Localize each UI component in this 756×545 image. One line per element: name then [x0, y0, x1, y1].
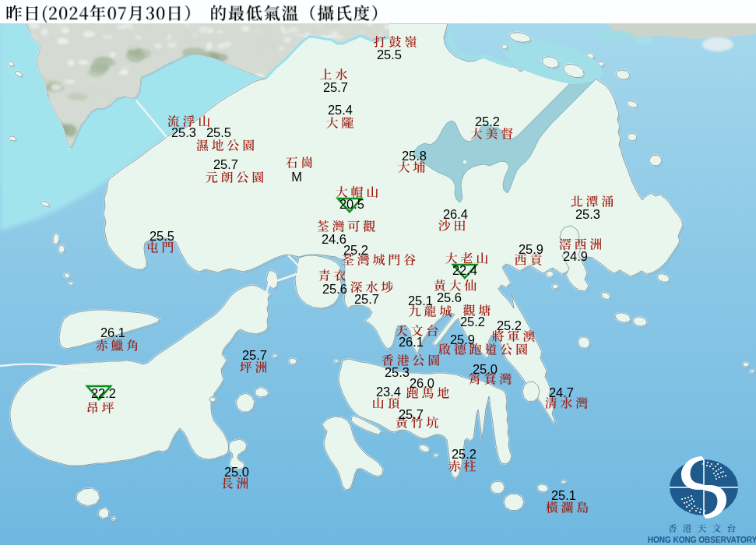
- svg-text:25.9: 25.9: [519, 242, 543, 256]
- svg-text:25.4: 25.4: [328, 103, 353, 117]
- svg-text:25.1: 25.1: [551, 488, 576, 502]
- svg-text:26.1: 26.1: [399, 335, 424, 349]
- svg-text:25.6: 25.6: [437, 290, 462, 304]
- svg-text:22.4: 22.4: [452, 263, 477, 277]
- svg-text:25.7: 25.7: [399, 407, 424, 421]
- svg-text:25.9: 25.9: [450, 332, 475, 346]
- svg-text:25.2: 25.2: [452, 447, 476, 461]
- svg-text:25.3: 25.3: [171, 125, 196, 139]
- svg-text:24.7: 24.7: [549, 385, 574, 399]
- svg-text:25.7: 25.7: [242, 348, 267, 362]
- svg-text:25.6: 25.6: [322, 282, 347, 296]
- svg-text:25.5: 25.5: [377, 47, 402, 62]
- svg-text:M: M: [291, 170, 302, 184]
- svg-text:25.5: 25.5: [206, 125, 231, 139]
- svg-text:25.2: 25.2: [343, 243, 368, 257]
- svg-text:25.8: 25.8: [402, 149, 427, 163]
- svg-text:25.3: 25.3: [575, 207, 600, 221]
- svg-text:26.4: 26.4: [443, 207, 468, 221]
- svg-text:26.1: 26.1: [100, 325, 125, 339]
- svg-text:25.5: 25.5: [149, 229, 174, 243]
- svg-text:25.3: 25.3: [385, 365, 410, 379]
- svg-text:25.0: 25.0: [473, 362, 498, 376]
- svg-text:23.4: 23.4: [376, 385, 401, 399]
- svg-text:25.2: 25.2: [460, 315, 485, 329]
- svg-text:25.7: 25.7: [354, 292, 379, 306]
- svg-text:22.2: 22.2: [91, 386, 116, 400]
- svg-text:25.2: 25.2: [497, 318, 522, 332]
- svg-text:24.9: 24.9: [563, 249, 588, 263]
- svg-text:25.2: 25.2: [475, 114, 500, 128]
- svg-text:20.5: 20.5: [339, 197, 364, 211]
- svg-text:26.0: 26.0: [410, 376, 434, 390]
- svg-text:25.7: 25.7: [323, 80, 348, 94]
- svg-text:HONG KONG OBSERVATORY: HONG KONG OBSERVATORY: [648, 536, 756, 544]
- svg-text:25.7: 25.7: [213, 157, 238, 171]
- svg-text:25.0: 25.0: [224, 465, 249, 479]
- svg-text:25.1: 25.1: [408, 294, 433, 308]
